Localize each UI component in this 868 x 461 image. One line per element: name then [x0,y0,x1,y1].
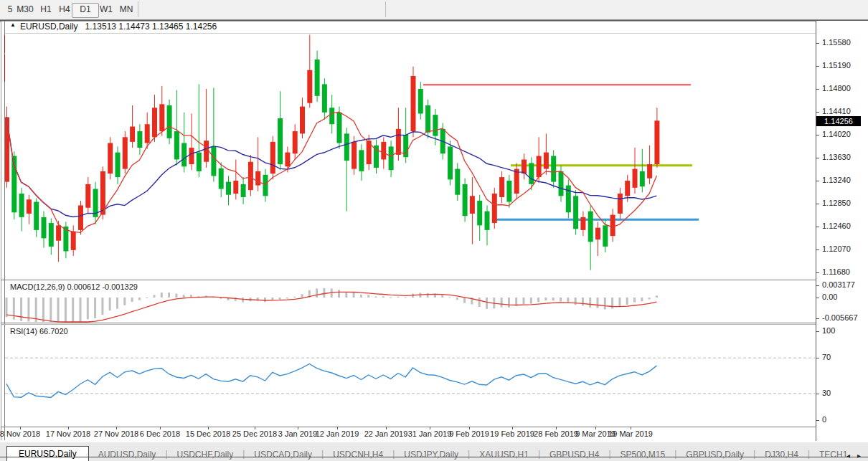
date-label: 19 Feb 2019 [490,429,534,438]
date-axis[interactable]: 8 Nov 201817 Nov 201827 Nov 20186 Dec 20… [5,427,816,441]
candle-body [27,199,32,214]
chart-tab-xauusd-h1[interactable]: XAUUSD,H1 [470,447,538,461]
macd-histogram-bar [6,298,8,317]
macd-axis-label: 0.00 [822,293,837,301]
candle-body [270,142,275,174]
candle-body [248,162,253,190]
macd-label: MACD(12,26,9) 0.000612 -0.001329 [10,282,138,291]
candle-body [580,217,585,230]
macd-histogram-bar [72,298,74,322]
price-axis-label: 1.14410 [822,107,851,115]
date-label: 27 Nov 2018 [94,429,138,438]
tab-bar-baseline [0,457,868,457]
rsi-axis-label: 100 [822,326,835,335]
candle-body [137,131,142,148]
macd-histogram-bar [397,297,399,298]
macd-histogram-bar [618,298,621,307]
price-axis-label: 1.13630 [822,153,851,161]
date-label: 17 Nov 2018 [46,429,90,438]
trading-platform-window: 5M30H1H4D1W1MN ▲EURUSD,Daily1.13513 1.14… [0,0,868,461]
candle-body [344,133,349,161]
price-axis-label: 1.15580 [822,38,851,47]
macd-histogram-bar [353,293,355,298]
candle-body [5,117,9,181]
candle-body [433,115,438,136]
chart-tab-audusd-daily[interactable]: AUDUSD,Daily [89,447,166,461]
chart-tab-sp500-m15[interactable]: SP500,M15 [611,447,675,461]
macd-histogram-bar [161,293,163,298]
candle-body [463,184,468,216]
price-chart-area[interactable] [5,34,816,280]
chart-tab-dj30-h4[interactable]: DJ30,H4 [755,447,808,461]
macd-histogram-bar [286,298,288,299]
macd-histogram-bar [648,298,651,300]
rsi-axis-label: 0 [822,415,826,424]
tab-scroll-left-icon[interactable]: ◂ [846,452,850,460]
candle-body [477,201,482,225]
chart-tab-usdchf-daily[interactable]: USDCHF,Daily [168,447,243,461]
collapse-icon[interactable]: ▲ [10,22,16,28]
chart-tab-gbpusd-daily[interactable]: GBPUSD,Daily [676,447,753,461]
candle-body [506,181,511,202]
axis-tick [816,181,819,181]
candle-body [56,225,61,240]
candle-body [588,212,593,242]
macd-histogram-bar [530,298,532,304]
candle-body [204,141,209,162]
macd-histogram-bar [109,298,111,310]
axis-tick [816,135,819,136]
candle-body [551,156,556,182]
chart-tab-usdcnh-h4[interactable]: USDCNH,H4 [324,447,392,461]
macd-histogram-bar [508,298,510,308]
macd-axis-label: -0.005667 [822,313,858,322]
macd-histogram-bar [360,295,362,298]
candle-body [359,150,364,171]
rsi-line [6,364,656,398]
macd-histogram-bar [138,298,141,300]
tab-scroll-right-icon[interactable]: ▸ [857,452,861,460]
ohlc-high: 1.14473 [118,22,149,32]
macd-histogram-bar [257,298,259,301]
macd-histogram-bar [641,298,643,301]
price-axis[interactable]: 1.155801.151901.148001.144101.140201.136… [816,21,868,440]
chart-tab-tech100-h1[interactable]: TECH100,H1 [810,447,846,461]
macd-histogram-bar [486,298,488,309]
price-axis-label: 1.15190 [822,61,851,70]
price-axis-label: 1.12460 [822,222,851,230]
axis-tick [816,66,819,67]
chart-tab-usdjpy-daily[interactable]: USDJPY,Daily [395,447,468,461]
axis-tick [816,298,819,298]
candle-body [537,156,542,178]
macd-histogram-bar [449,298,451,298]
chart-tab-gbpusd-h4[interactable]: GBPUSD,H4 [540,447,608,461]
timeframe-button-mn[interactable]: MN [113,3,139,16]
axis-tick [816,43,819,44]
rsi-label: RSI(14) 66.7020 [10,327,68,336]
macd-histogram-bar [501,298,503,308]
macd-histogram-bar [523,298,525,304]
date-label: 12 Jan 2019 [316,429,359,438]
candle-body [396,129,401,155]
candle-body [566,186,571,213]
macd-histogram-bar [537,298,539,302]
macd-histogram-bar [597,298,599,308]
macd-histogram-bar [175,294,177,298]
candle-body [49,223,54,247]
date-label: 22 Jan 2019 [364,429,408,438]
ohlc-close: 1.14256 [186,22,217,32]
macd-histogram-bar [390,298,392,298]
chart-tab-usdcad-daily[interactable]: USDCAD,Daily [245,447,321,461]
chart-tab-eurusd-daily[interactable]: EURUSD,Daily [6,446,89,461]
macd-histogram-bar [35,298,37,322]
rsi-indicator-area[interactable] [5,325,816,426]
macd-histogram-bar [101,298,103,315]
macd-histogram-bar [293,297,296,298]
price-axis-label: 1.13240 [822,176,851,184]
macd-histogram-bar [575,298,577,305]
chart-tabs: EURUSD,DailyAUDUSD,Daily|USDCHF,Daily|US… [0,442,846,461]
macd-histogram-bar [367,295,369,298]
date-label: 6 Dec 2018 [140,429,180,438]
macd-histogram-bar [279,298,281,300]
macd-histogram-bar [42,298,44,322]
price-axis-label: 1.12850 [822,199,851,207]
